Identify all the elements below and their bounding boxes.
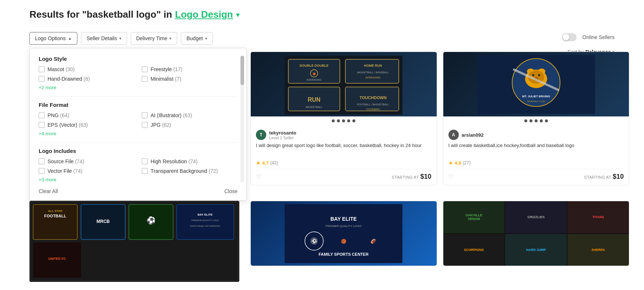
dot <box>535 119 538 122</box>
png-option[interactable]: PNG (64) <box>39 112 134 118</box>
svg-text:BASKETBALL / BASEBALL: BASKETBALL / BASEBALL <box>357 71 389 74</box>
budget-filter[interactable]: Budget ▾ <box>181 32 212 45</box>
dropdown-scroll-area: Logo Style Mascot (30) Freestyle (17) Ha… <box>39 56 237 182</box>
eps-checkbox[interactable] <box>39 122 45 128</box>
minimalist-label: Minimalist (7) <box>151 76 181 82</box>
delivery-time-filter[interactable]: Delivery Time ▾ <box>131 32 177 45</box>
card-2-description: I will create basketball,ice hockey,foot… <box>448 142 624 157</box>
dot <box>524 119 527 122</box>
card-2-image: MT. JULIET BRUINS BASEBALL CLUB <box>443 52 629 116</box>
hand-drawned-option[interactable]: Hand-Drawned (8) <box>39 76 134 82</box>
bottom-card-1-image: BAY ELITE PREMIER QUALITY LOGO ⚽ 🏀 🏈 FAM… <box>251 201 437 266</box>
seller-details-label: Seller Details <box>87 35 117 41</box>
card-2-starting-at: STARTING AT <box>584 175 611 179</box>
page: Results for "basketball logo" in Logo De… <box>0 0 644 290</box>
online-sellers-toggle[interactable] <box>562 33 577 41</box>
logo-options-filter[interactable]: Logo Options ▲ <box>29 32 77 45</box>
svg-text:ALL STAR: ALL STAR <box>48 209 63 213</box>
seller-details-caret: ▾ <box>119 36 122 41</box>
jpg-option[interactable]: JPG (62) <box>142 122 237 128</box>
dot <box>347 119 350 122</box>
logo-options-dropdown: Logo Style Mascot (30) Freestyle (17) Ha… <box>29 48 247 200</box>
card-2-price-group: STARTING AT $10 <box>584 173 624 181</box>
vector-file-option[interactable]: Vector File (74) <box>39 168 134 174</box>
close-button[interactable]: Close <box>224 188 237 194</box>
source-file-checkbox[interactable] <box>39 158 45 164</box>
transparent-bg-label: Transparent Background (72) <box>151 168 218 174</box>
card-1-starting-at: STARTING AT <box>392 175 419 179</box>
hand-drawned-checkbox[interactable] <box>39 76 45 82</box>
high-resolution-option[interactable]: High Resolution (74) <box>142 158 237 164</box>
card-2-seller-info: arslan092 <box>462 132 484 138</box>
ai-label: AI (Illustrator) (63) <box>151 112 192 118</box>
scrollbar-thumb[interactable] <box>240 56 244 85</box>
card-2-favorite-icon[interactable]: ♡ <box>448 173 454 180</box>
mascot-label: Mascot (30) <box>47 66 75 72</box>
jpg-checkbox[interactable] <box>142 122 148 128</box>
ai-option[interactable]: AI (Illustrator) (63) <box>142 112 237 118</box>
logo-style-more-link[interactable]: +2 more <box>39 85 237 90</box>
eps-option[interactable]: EPS (Vector) (63) <box>39 122 134 128</box>
title-caret-icon[interactable]: ▾ <box>236 10 240 19</box>
svg-text:RUN: RUN <box>308 97 321 103</box>
card-1-seller-name[interactable]: tekyrosanto <box>269 130 296 136</box>
delivery-time-caret: ▾ <box>169 36 172 41</box>
dot <box>352 119 355 122</box>
eps-label: EPS (Vector) (63) <box>47 122 88 128</box>
minimalist-checkbox[interactable] <box>142 76 148 82</box>
header: Results for "basketball logo" in Logo De… <box>0 0 644 32</box>
clear-all-button[interactable]: Clear All <box>39 188 58 194</box>
svg-text:MRCB: MRCB <box>96 219 110 224</box>
card-1-seller-info: tekyrosanto Level 1 Seller <box>269 130 296 140</box>
card-2-body: A arslan092 I will create basketball,ice… <box>443 125 629 185</box>
product-cards-row: DOUBLE DOUBLE 🏀 AVERAGING HOME RUN BASKE… <box>250 52 629 185</box>
vector-file-checkbox[interactable] <box>39 168 45 174</box>
source-file-label: Source File (74) <box>47 158 84 164</box>
title-link[interactable]: Logo Design <box>175 9 233 20</box>
dot <box>545 119 548 122</box>
mascot-option[interactable]: Mascot (30) <box>39 66 134 72</box>
sports-cell-5: HARD JUMP <box>505 234 567 266</box>
seller-details-filter[interactable]: Seller Details ▾ <box>81 32 127 45</box>
card-1-footer: ♡ STARTING AT $10 <box>256 169 432 181</box>
hand-drawned-label: Hand-Drawned (8) <box>47 76 90 82</box>
svg-text:BASEBALL CLUB: BASEBALL CLUB <box>527 100 545 102</box>
svg-point-24 <box>538 74 540 76</box>
transparent-bg-option[interactable]: Transparent Background (72) <box>142 168 237 174</box>
svg-text:🏀: 🏀 <box>313 72 316 76</box>
card-1-avatar: T <box>256 130 266 140</box>
divider-2 <box>39 142 237 143</box>
svg-text:⚽: ⚽ <box>147 216 156 225</box>
card-2-avatar: A <box>448 130 459 140</box>
svg-text:PREMIUM QUALITY LOGO: PREMIUM QUALITY LOGO <box>191 219 219 221</box>
card-2-seller-name[interactable]: arslan092 <box>462 132 484 138</box>
left-bottom-strip: ALL STAR FOOTBALL MRCB ⚽ BAY ELITE PREMI… <box>29 201 239 282</box>
transparent-bg-checkbox[interactable] <box>142 168 148 174</box>
divider-1 <box>39 96 237 97</box>
svg-text:TOUCHDOWN: TOUCHDOWN <box>359 95 387 100</box>
mascot-checkbox[interactable] <box>39 66 45 72</box>
product-card-2: MT. JULIET BRUINS BASEBALL CLUB A <box>443 52 630 185</box>
logo-includes-more-link[interactable]: +3 more <box>39 177 237 182</box>
logo-options-caret: ▲ <box>68 36 72 41</box>
product-cards-bottom-row: BAY ELITE PREMIER QUALITY LOGO ⚽ 🏀 🏈 FAM… <box>250 201 629 266</box>
ai-checkbox[interactable] <box>142 112 148 118</box>
svg-text:DOUBLE DOUBLE: DOUBLE DOUBLE <box>300 64 329 67</box>
card-1-favorite-icon[interactable]: ♡ <box>256 173 261 180</box>
freestyle-option[interactable]: Freestyle (17) <box>142 66 237 72</box>
card-1-image: DOUBLE DOUBLE 🏀 AVERAGING HOME RUN BASKE… <box>251 52 437 116</box>
card-2-seller: A arslan092 <box>448 130 624 140</box>
svg-text:COURIERS: COURIERS <box>366 108 380 111</box>
sports-cell-1: OAKVILLEVENOM <box>443 201 505 233</box>
svg-text:AVERAGING: AVERAGING <box>307 78 322 81</box>
card-2-price: $10 <box>613 173 624 181</box>
svg-text:BAY ELITE: BAY ELITE <box>198 213 213 216</box>
top-right-controls: Online Sellers <box>562 33 615 41</box>
freestyle-checkbox[interactable] <box>142 66 148 72</box>
minimalist-option[interactable]: Minimalist (7) <box>142 76 237 82</box>
high-resolution-checkbox[interactable] <box>142 158 148 164</box>
sports-cell-2: GRIZZLIES <box>505 201 567 233</box>
png-checkbox[interactable] <box>39 112 45 118</box>
source-file-option[interactable]: Source File (74) <box>39 158 134 164</box>
file-format-more-link[interactable]: +4 more <box>39 131 237 136</box>
